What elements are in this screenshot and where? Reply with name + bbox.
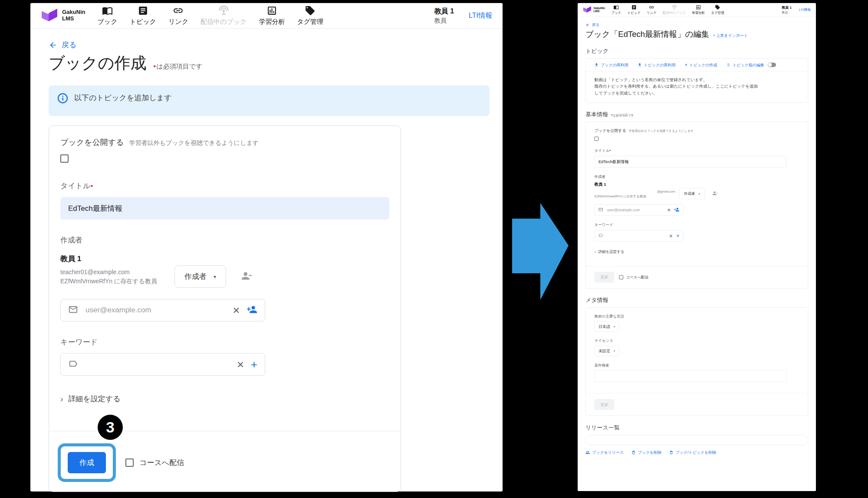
person-add-icon[interactable]: [247, 304, 257, 317]
person-remove-icon[interactable]: [712, 190, 718, 197]
deliver-checkbox[interactable]: [619, 275, 624, 279]
required-note: •は必須項目です: [611, 113, 634, 118]
add-keyword-icon[interactable]: +: [251, 359, 257, 370]
clear-icon[interactable]: ✕: [237, 360, 244, 369]
release-list-box: [585, 435, 808, 445]
create-topic-link[interactable]: + トピックの作成: [684, 62, 717, 68]
author-org: EZfWmlVrnweRfYn に存在する教員: [60, 277, 157, 285]
edit-book-window: GakuNin LMS ブック トピック リンク: [578, 3, 816, 491]
broadcast-antenna-icon: [671, 5, 677, 11]
mail-envelope-icon: [598, 207, 604, 213]
delete-book-link[interactable]: ブックを削除: [631, 450, 661, 455]
publish-label: ブックを公開する: [595, 128, 626, 133]
trash-icon: [669, 450, 674, 455]
nav-label: タグ管理: [711, 11, 724, 15]
keyword-input[interactable]: ✕ +: [595, 230, 684, 242]
deliver-checkbox[interactable]: [125, 459, 134, 467]
language-dropdown[interactable]: 日本語 ▾: [595, 321, 619, 332]
nav-label: 配信中のブック: [663, 11, 686, 15]
nav-label: 学習分析: [692, 11, 705, 15]
keyword-field[interactable]: [607, 233, 666, 238]
publish-checkbox[interactable]: [60, 154, 69, 163]
deliver-to-course[interactable]: コースへ配信: [619, 275, 649, 280]
person-remove-icon[interactable]: [241, 270, 252, 283]
title-input[interactable]: [595, 156, 786, 167]
update-button[interactable]: 更新: [595, 399, 615, 410]
publish-checkbox[interactable]: [595, 137, 599, 141]
meta-section-heading: メタ情報: [585, 296, 808, 304]
nav-item-link[interactable]: リンク: [168, 5, 188, 26]
lti-info-link[interactable]: LTI情報: [799, 7, 811, 12]
topic-document-icon: [631, 5, 637, 11]
reuse-book-link[interactable]: ブックの再利用: [595, 62, 628, 68]
nav-item-topic[interactable]: トピック: [627, 5, 641, 15]
topic-order-toggle[interactable]: [768, 63, 776, 67]
gakunin-lms-logo[interactable]: GakuNin LMS: [41, 8, 85, 23]
nav-label: 学習分析: [259, 18, 285, 26]
overwrite-import-link[interactable]: + 上書きインポート: [713, 33, 748, 38]
back-link[interactable]: 戻る: [49, 40, 76, 50]
caret-down-icon: ▾: [699, 192, 700, 195]
link-icon: [649, 5, 654, 11]
lti-info-link[interactable]: LTI情報: [469, 11, 492, 20]
gakunin-lms-logo[interactable]: GakuNin LMS: [583, 6, 605, 13]
delete-book-topic-link[interactable]: ブック/トピックを削除: [669, 450, 716, 455]
link-icon: [173, 5, 184, 17]
author-role-dropdown[interactable]: 作成者 ▾: [679, 188, 705, 200]
nav-label: リンク: [168, 18, 188, 26]
nav-item-tag-management[interactable]: タグ管理: [297, 5, 323, 26]
reuse-topic-link[interactable]: トピックの再利用: [638, 62, 676, 68]
clear-icon[interactable]: ✕: [667, 208, 671, 213]
user-block: 教員 1 教員: [782, 5, 792, 14]
book-icon: [102, 5, 113, 17]
details-toggle[interactable]: › 詳細を設定する: [595, 249, 625, 255]
publish-hint: 学習者以外もブックを視聴できるようにします: [629, 129, 694, 133]
create-book-form-card: ブックを公開する 学習者以外もブックを視聴できるようにします タイトル• 作成者…: [49, 125, 401, 492]
release-book-link[interactable]: ブックをリリース: [585, 450, 624, 455]
clear-icon[interactable]: ✕: [669, 233, 673, 238]
nav-item-tag-management[interactable]: タグ管理: [711, 5, 724, 15]
create-button[interactable]: 作成: [68, 452, 106, 473]
clear-icon[interactable]: ✕: [232, 306, 240, 315]
update-button[interactable]: 更新: [595, 272, 615, 283]
user-role: 教員: [434, 17, 454, 25]
logo-text: GakuNin LMS: [62, 9, 85, 22]
app-header: GakuNin LMS ブック トピック リンク: [30, 3, 503, 29]
author-details: teacher01@example.com EZfWmlVrnweRfYn に存…: [60, 268, 157, 285]
back-link[interactable]: 戻る: [585, 23, 599, 28]
chevron-right-icon: ›: [595, 249, 596, 254]
author-email-input[interactable]: ✕: [595, 204, 684, 216]
keyword-input[interactable]: ✕ +: [60, 353, 265, 376]
nav-item-broadcasting-books: 配信中のブック: [201, 5, 247, 26]
author-email-field[interactable]: [85, 305, 226, 315]
author-role-dropdown[interactable]: 作成者 ▾: [174, 265, 226, 288]
topic-document-icon: [138, 5, 148, 17]
deliver-to-course[interactable]: コースへ配信: [125, 458, 184, 468]
nav-item-book[interactable]: ブック: [611, 5, 621, 15]
download-icon: [638, 63, 642, 67]
caret-down-icon: ▾: [614, 325, 615, 328]
person-add-icon[interactable]: [674, 207, 680, 213]
author-email-input[interactable]: ✕: [60, 299, 265, 321]
nav-item-link[interactable]: リンク: [647, 5, 657, 15]
nav-item-learning-analytics[interactable]: 学習分析: [692, 5, 705, 15]
title-input[interactable]: [60, 197, 389, 220]
annotation-highlight: 作成: [58, 443, 116, 482]
nav-item-book[interactable]: ブック: [97, 5, 117, 26]
nav-item-learning-analytics[interactable]: 学習分析: [259, 5, 285, 26]
create-book-window: GakuNin LMS ブック トピック リンク: [30, 3, 503, 491]
edit-topic-order-link[interactable]: トピック順の編集: [726, 62, 764, 68]
keyword-field[interactable]: [85, 360, 230, 369]
author-email-field[interactable]: [607, 208, 664, 213]
header-right: 教員 1 教員 LTI情報: [434, 7, 492, 25]
license-dropdown[interactable]: 未設定 ▾: [595, 346, 619, 356]
add-keyword-icon[interactable]: +: [676, 233, 680, 239]
rights-holder-input[interactable]: [595, 370, 786, 382]
topic-section-heading: トピック: [585, 47, 808, 55]
nav-item-topic[interactable]: トピック: [130, 5, 156, 26]
user-role: 教員: [782, 10, 792, 14]
details-toggle[interactable]: › 詳細を設定する: [60, 394, 121, 404]
topic-toolbar: ブックの再利用 トピックの再利用 + トピックの作成 トピック順の編集: [586, 59, 808, 72]
nav-label: タグ管理: [297, 18, 323, 26]
title-label: タイトル•: [60, 181, 389, 191]
